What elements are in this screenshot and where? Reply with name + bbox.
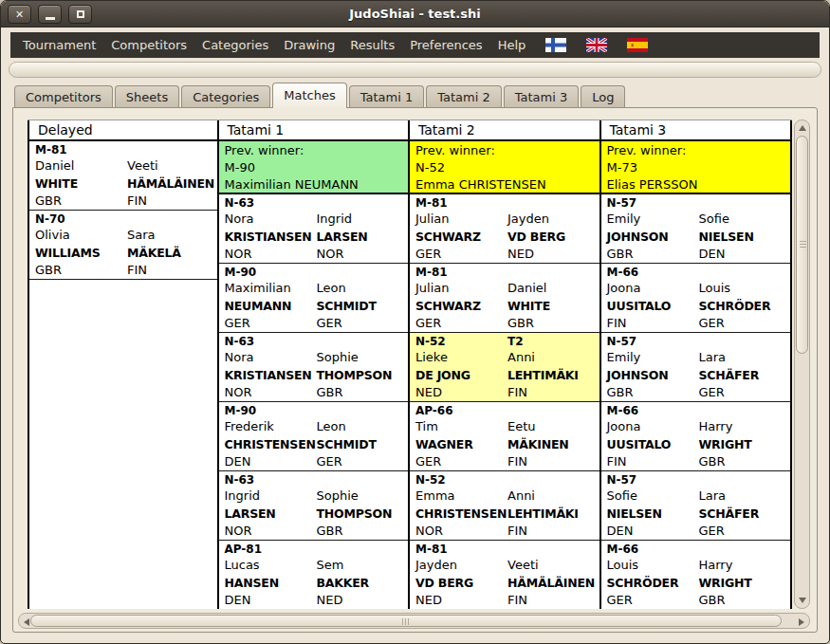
country-code: GER bbox=[317, 453, 409, 470]
menu-results[interactable]: Results bbox=[342, 33, 402, 57]
match-cell[interactable]: M-81JulianDanielSCHWARZWHITEGERGBR bbox=[410, 264, 599, 333]
finland-flag-icon[interactable] bbox=[545, 38, 566, 52]
surname: MÄKELÄ bbox=[127, 244, 217, 262]
first-name: Julian bbox=[415, 211, 507, 228]
tab-tatami-3[interactable]: Tatami 3 bbox=[504, 85, 580, 107]
match-category-row: N-63 bbox=[225, 334, 409, 349]
scroll-up-icon[interactable] bbox=[799, 125, 806, 131]
horizontal-scrollbar[interactable] bbox=[18, 613, 810, 629]
match-cell[interactable]: N-63NoraIngridKRISTIANSENLARSENNORNOR bbox=[219, 194, 409, 264]
match-cell[interactable]: N-70OliviaSaraWILLIAMSMÄKELÄGBRFIN bbox=[29, 211, 217, 280]
match-cell[interactable]: M-66JoonaHarryUUSITALOWRIGHTFINGBR bbox=[601, 402, 791, 471]
spain-flag-icon[interactable] bbox=[627, 38, 648, 52]
menu-tournament[interactable]: Tournament bbox=[15, 33, 103, 57]
match-category-row: M-90 bbox=[225, 265, 409, 280]
first-name: Emily bbox=[607, 211, 699, 228]
menu-preferences[interactable]: Preferences bbox=[402, 33, 489, 57]
match-last-row: UUSITALOSCHRÖDER bbox=[607, 297, 791, 315]
window-title: JudoShiai - test.shi bbox=[349, 7, 480, 21]
match-first-row: EmilySofie bbox=[607, 211, 791, 228]
category-label: N-63 bbox=[225, 334, 317, 349]
maximize-button[interactable] bbox=[68, 5, 92, 24]
menu-help[interactable]: Help bbox=[490, 33, 534, 57]
country-code: FIN bbox=[127, 193, 217, 210]
match-cell[interactable]: AP-66TimEetuWAGNERMÄKINENGERFIN bbox=[410, 402, 599, 471]
first-name: Eetu bbox=[507, 418, 599, 435]
app-window: ✕ JudoShiai - test.shi TournamentCompeti… bbox=[0, 0, 830, 644]
prev-winner-cell[interactable]: Prev. winner:M-73Elias PERSSON bbox=[601, 141, 791, 194]
country-code: FIN bbox=[507, 453, 599, 470]
country-code: GER bbox=[607, 592, 699, 609]
prev-winner-category: M-73 bbox=[607, 159, 791, 176]
vertical-scrollbar[interactable] bbox=[794, 120, 810, 609]
match-category-row: M-81 bbox=[35, 142, 217, 157]
tab-categories[interactable]: Categories bbox=[181, 85, 270, 107]
scroll-left-icon[interactable] bbox=[24, 618, 29, 626]
match-cell[interactable]: M-81JulianJaydenSCHWARZVD BERGGERNED bbox=[410, 194, 599, 264]
match-country-row: DENGER bbox=[225, 453, 409, 470]
country-code: GER bbox=[317, 315, 409, 332]
tab-log[interactable]: Log bbox=[581, 85, 625, 107]
tab-sheets[interactable]: Sheets bbox=[115, 85, 179, 107]
match-cell[interactable]: M-90MaximilianLeonNEUMANNSCHMIDTGERGER bbox=[219, 264, 409, 333]
country-code: GBR bbox=[35, 193, 127, 210]
country-code: DEN bbox=[699, 246, 791, 263]
surname: KRISTIANSEN bbox=[225, 228, 317, 246]
country-code: GER bbox=[699, 523, 791, 540]
category-label: M-66 bbox=[607, 542, 699, 557]
minimize-button[interactable] bbox=[38, 5, 62, 24]
match-last-row: SCHWARZVD BERG bbox=[415, 228, 599, 246]
tab-tatami-2[interactable]: Tatami 2 bbox=[426, 85, 502, 107]
window-controls: ✕ bbox=[8, 5, 92, 24]
match-cell[interactable]: N-57EmilySofieJOHNSONNIELSENGBRDEN bbox=[601, 194, 791, 264]
titlebar[interactable]: ✕ JudoShiai - test.shi bbox=[1, 1, 829, 28]
prev-winner-cell[interactable]: Prev. winner:N-52Emma CHRISTENSEN bbox=[410, 141, 599, 194]
match-category-row: M-90 bbox=[225, 403, 409, 418]
menu-competitors[interactable]: Competitors bbox=[103, 33, 194, 57]
uk-flag-icon[interactable] bbox=[586, 38, 607, 52]
tab-competitors[interactable]: Competitors bbox=[14, 85, 113, 107]
close-button[interactable]: ✕ bbox=[8, 5, 31, 24]
match-category-row: AP-81 bbox=[225, 542, 409, 557]
match-cell[interactable]: N-63IngridSophieLARSENTHOMPSONNORGBR bbox=[219, 471, 409, 541]
match-category-row: N-57 bbox=[607, 472, 791, 488]
match-country-row: NORNOR bbox=[225, 246, 409, 263]
surname: LEHTIMÄKI bbox=[507, 505, 599, 523]
first-name: Emily bbox=[607, 349, 699, 366]
match-cell[interactable]: N-57SofieLaraNIELSENSCHÄFERDENGER bbox=[601, 471, 791, 541]
scroll-right-icon[interactable] bbox=[799, 618, 804, 626]
surname: SCHMIDT bbox=[317, 297, 409, 315]
menu-drawing[interactable]: Drawing bbox=[276, 33, 342, 57]
vertical-scrollbar-thumb[interactable] bbox=[796, 136, 808, 354]
horizontal-scrollbar-thumb[interactable] bbox=[30, 615, 782, 627]
match-first-row: TimEetu bbox=[415, 418, 599, 435]
match-cell[interactable]: M-66LouisHarrySCHRÖDERWRIGHTGERGBR bbox=[601, 541, 791, 609]
country-code: GBR bbox=[699, 592, 791, 609]
country-code: NED bbox=[415, 384, 507, 401]
match-cell[interactable]: N-63NoraSophieKRISTIANSENTHOMPSONNORGBR bbox=[219, 333, 409, 402]
surname: KRISTIANSEN bbox=[225, 366, 317, 384]
country-code: GER bbox=[415, 453, 507, 470]
category-label: N-52 bbox=[415, 334, 507, 349]
match-category-row: N-52 bbox=[415, 472, 599, 488]
match-cell[interactable]: N-57EmilyLaraJOHNSONSCHÄFERGBRGER bbox=[601, 333, 791, 402]
first-name: Sofie bbox=[607, 488, 699, 505]
match-cell[interactable]: M-81JaydenVeetiVD BERGHÄMÄLÄINENNEDFIN bbox=[410, 541, 599, 609]
country-code: DEN bbox=[225, 453, 317, 470]
match-cell[interactable]: N-52EmmaAnniCHRISTENSENLEHTIMÄKINORFIN bbox=[410, 471, 599, 541]
column-header: Tatami 2 bbox=[410, 120, 599, 141]
match-category-row: M-66 bbox=[607, 403, 791, 418]
match-country-row: GERFIN bbox=[415, 453, 599, 470]
match-cell[interactable]: N-52T2LiekeAnniDE JONGLEHTIMÄKINEDFIN bbox=[410, 333, 599, 402]
match-country-row: DENGER bbox=[607, 523, 791, 540]
scroll-down-icon[interactable] bbox=[799, 598, 806, 603]
match-cell[interactable]: M-66JoonaLouisUUSITALOSCHRÖDERFINGER bbox=[601, 264, 791, 333]
menu-categories[interactable]: Categories bbox=[194, 33, 276, 57]
match-cell[interactable]: M-90FrederikLeonCHRISTENSENSCHMIDTDENGER bbox=[219, 402, 409, 471]
prev-winner-cell[interactable]: Prev. winner:M-90Maximilian NEUMANN bbox=[219, 141, 409, 194]
match-cell[interactable]: AP-81LucasSemHANSENBAKKERDENNED bbox=[219, 541, 409, 609]
tab-matches[interactable]: Matches bbox=[272, 83, 346, 108]
match-cell[interactable]: M-81DanielVeetiWHITEHÄMÄLÄINENGBRFIN bbox=[29, 141, 217, 211]
tab-tatami-1[interactable]: Tatami 1 bbox=[349, 85, 425, 107]
close-icon: ✕ bbox=[15, 9, 24, 20]
